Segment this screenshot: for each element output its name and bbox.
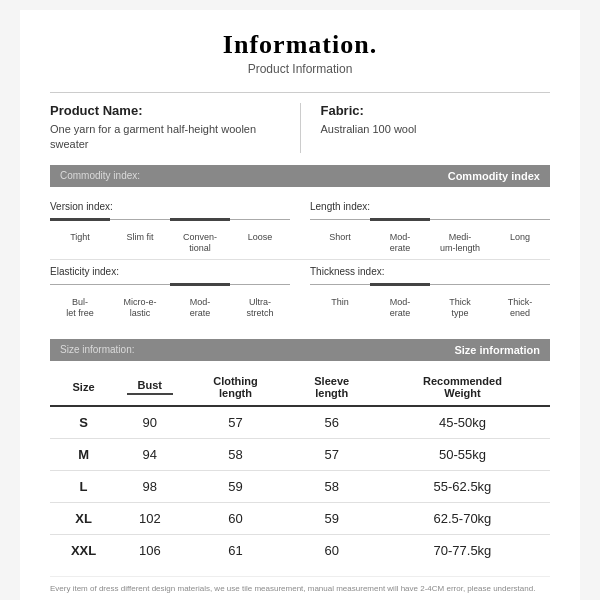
product-info-row: Product Name: One yarn for a garment hal… [50, 92, 550, 153]
size-cell-1-4: 50-55kg [375, 438, 550, 470]
thickness-item-3: Thick-ened [490, 283, 550, 319]
elasticity-index-label: Elasticity index: [50, 266, 290, 277]
bust-col-header: Bust [117, 369, 182, 406]
size-cell-1-3: 57 [289, 438, 375, 470]
length-item-1: Mod-erate [370, 218, 430, 254]
weight-col-header: RecommendedWeight [375, 369, 550, 406]
size-header-right: Size information [454, 344, 540, 356]
fabric-value: Australian 100 wool [321, 122, 551, 137]
size-table-row: S90575645-50kg [50, 406, 550, 439]
version-index-label: Version index: [50, 201, 290, 212]
version-item-1: Slim fit [110, 218, 170, 243]
length-item-3: Long [490, 218, 550, 243]
size-cell-3-1: 102 [117, 502, 182, 534]
length-index-items: Short Mod-erate Medi-um-length Long [310, 218, 550, 254]
thickness-index-group: Thickness index: Thin Mod-erate Thicktyp… [310, 266, 550, 319]
product-name-value: One yarn for a garment half-height woole… [50, 122, 280, 153]
size-cell-1-1: 94 [117, 438, 182, 470]
elasticity-item-3: Ultra-stretch [230, 283, 290, 319]
size-col-header: Size [50, 369, 117, 406]
fabric-col: Fabric: Australian 100 wool [301, 103, 551, 153]
length-item-2: Medi-um-length [430, 218, 490, 254]
size-table-row: XL102605962.5-70kg [50, 502, 550, 534]
size-table-row: L98595855-62.5kg [50, 470, 550, 502]
commodity-section-header: Commodity index: Commodity index [50, 165, 550, 187]
length-item-0: Short [310, 218, 370, 243]
size-cell-2-3: 58 [289, 470, 375, 502]
clothing-length-col-header: Clothinglength [182, 369, 288, 406]
size-cell-4-0: XXL [50, 534, 117, 566]
size-cell-3-3: 59 [289, 502, 375, 534]
elasticity-item-2: Mod-erate [170, 283, 230, 319]
commodity-header-right: Commodity index [448, 170, 540, 182]
size-cell-2-0: L [50, 470, 117, 502]
length-index-group: Length index: Short Mod-erate Medi-um-le… [310, 201, 550, 254]
version-item-3: Loose [230, 218, 290, 243]
size-cell-0-1: 90 [117, 406, 182, 439]
product-name-label: Product Name: [50, 103, 280, 118]
elasticity-item-0: Bul-let free [50, 283, 110, 319]
page-container: Information. Product Information Product… [20, 10, 580, 600]
footnote: Every item of dress different design mat… [50, 576, 550, 594]
size-cell-3-4: 62.5-70kg [375, 502, 550, 534]
elasticity-item-1: Micro-e-lastic [110, 283, 170, 319]
thickness-item-2: Thicktype [430, 283, 490, 319]
size-cell-0-4: 45-50kg [375, 406, 550, 439]
size-cell-4-4: 70-77.5kg [375, 534, 550, 566]
thickness-index-items: Thin Mod-erate Thicktype Thick-ened [310, 283, 550, 319]
size-cell-4-3: 60 [289, 534, 375, 566]
size-cell-0-3: 56 [289, 406, 375, 439]
size-section-header: Size information: Size information [50, 339, 550, 361]
length-index-label: Length index: [310, 201, 550, 212]
sleeve-length-col-header: Sleevelength [289, 369, 375, 406]
fabric-label: Fabric: [321, 103, 551, 118]
page-title: Information. [50, 30, 550, 60]
thickness-index-label: Thickness index: [310, 266, 550, 277]
size-cell-1-0: M [50, 438, 117, 470]
size-cell-2-1: 98 [117, 470, 182, 502]
size-header-left: Size information: [60, 344, 134, 355]
commodity-header-left: Commodity index: [60, 170, 140, 181]
size-cell-3-0: XL [50, 502, 117, 534]
size-cell-4-1: 106 [117, 534, 182, 566]
size-table-row: XXL106616070-77.5kg [50, 534, 550, 566]
size-cell-0-0: S [50, 406, 117, 439]
size-cell-4-2: 61 [182, 534, 288, 566]
size-cell-0-2: 57 [182, 406, 288, 439]
thickness-item-0: Thin [310, 283, 370, 308]
size-cell-2-4: 55-62.5kg [375, 470, 550, 502]
version-index-group: Version index: Tight Slim fit Conven-tio… [50, 201, 290, 254]
size-cell-1-2: 58 [182, 438, 288, 470]
elasticity-thickness-row: Elasticity index: Bul-let free Micro-e-l… [50, 260, 550, 325]
elasticity-index-items: Bul-let free Micro-e-lastic Mod-erate Ul… [50, 283, 290, 319]
version-item-0: Tight [50, 218, 110, 243]
product-name-col: Product Name: One yarn for a garment hal… [50, 103, 301, 153]
version-index-items: Tight Slim fit Conven-tional Loose [50, 218, 290, 254]
size-cell-3-2: 60 [182, 502, 288, 534]
size-table-row: M94585750-55kg [50, 438, 550, 470]
size-table: Size Bust Clothinglength Sleevelength Re… [50, 369, 550, 566]
size-cell-2-2: 59 [182, 470, 288, 502]
thickness-item-1: Mod-erate [370, 283, 430, 319]
page-subtitle: Product Information [50, 62, 550, 76]
version-item-2: Conven-tional [170, 218, 230, 254]
version-length-row: Version index: Tight Slim fit Conven-tio… [50, 195, 550, 261]
elasticity-index-group: Elasticity index: Bul-let free Micro-e-l… [50, 266, 290, 319]
